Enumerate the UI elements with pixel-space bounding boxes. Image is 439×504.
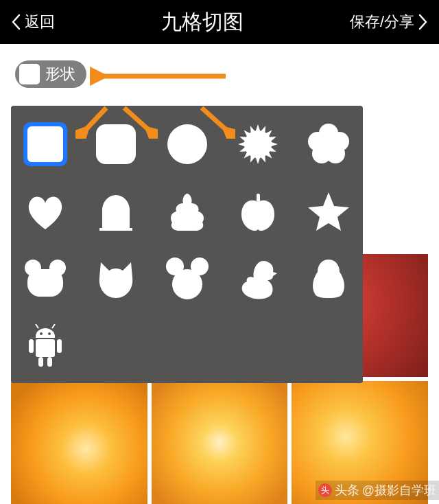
save-share-label: 保存/分享 xyxy=(350,12,414,32)
grid-cell[interactable] xyxy=(152,381,288,504)
annotation-arrow xyxy=(120,104,158,139)
svg-rect-19 xyxy=(38,357,43,367)
shape-option-burst[interactable] xyxy=(236,122,280,166)
shape-option-apple[interactable] xyxy=(236,190,280,233)
shape-option-heart[interactable] xyxy=(23,190,67,233)
watermark-handle: @摄影自学班 xyxy=(362,482,436,499)
shape-picker-panel xyxy=(11,106,363,383)
page-title: 九格切图 xyxy=(161,8,244,36)
shape-option-duck[interactable] xyxy=(236,257,280,301)
shape-option-bear[interactable] xyxy=(23,257,67,301)
annotation-arrow xyxy=(75,104,110,139)
watermark-prefix: 头条 xyxy=(335,482,359,499)
svg-line-26 xyxy=(202,108,228,132)
svg-line-14 xyxy=(36,324,38,328)
shape-option-poo[interactable] xyxy=(165,190,209,233)
svg-line-25 xyxy=(124,108,151,132)
save-share-button[interactable]: 保存/分享 xyxy=(350,12,428,32)
shape-option-penguin[interactable] xyxy=(307,257,351,301)
annotation-arrow xyxy=(90,67,227,86)
chevron-right-icon xyxy=(418,14,428,30)
svg-rect-16 xyxy=(36,339,55,357)
chevron-left-icon xyxy=(11,14,21,30)
watermark-icon: 头 xyxy=(318,483,332,497)
app-header: 返回 九格切图 保存/分享 xyxy=(0,0,439,44)
shape-pill-label: 形状 xyxy=(45,64,75,84)
svg-rect-20 xyxy=(47,357,52,367)
svg-point-21 xyxy=(40,332,43,335)
svg-line-24 xyxy=(84,108,106,132)
svg-rect-18 xyxy=(57,339,62,353)
annotation-arrow xyxy=(198,104,235,139)
watermark: 头 头条 @摄影自学班 xyxy=(316,481,439,500)
grid-cell[interactable] xyxy=(11,381,147,504)
svg-line-15 xyxy=(52,324,55,328)
svg-rect-17 xyxy=(29,339,34,353)
shape-option-flower[interactable] xyxy=(307,122,351,166)
shape-option-cat[interactable] xyxy=(94,257,138,301)
square-icon xyxy=(19,64,40,84)
shape-pill-button[interactable]: 形状 xyxy=(15,60,86,88)
shape-option-android[interactable] xyxy=(23,324,67,368)
shape-option-square[interactable] xyxy=(23,122,67,166)
svg-point-13 xyxy=(172,269,202,299)
shape-option-star[interactable] xyxy=(307,190,351,233)
back-label: 返回 xyxy=(25,12,55,32)
svg-rect-10 xyxy=(27,269,63,297)
svg-point-6 xyxy=(319,135,338,154)
svg-rect-7 xyxy=(257,194,260,202)
back-button[interactable]: 返回 xyxy=(11,12,55,32)
shape-option-dome[interactable] xyxy=(94,190,138,233)
svg-point-22 xyxy=(48,332,51,335)
shape-option-mouse[interactable] xyxy=(165,257,209,301)
